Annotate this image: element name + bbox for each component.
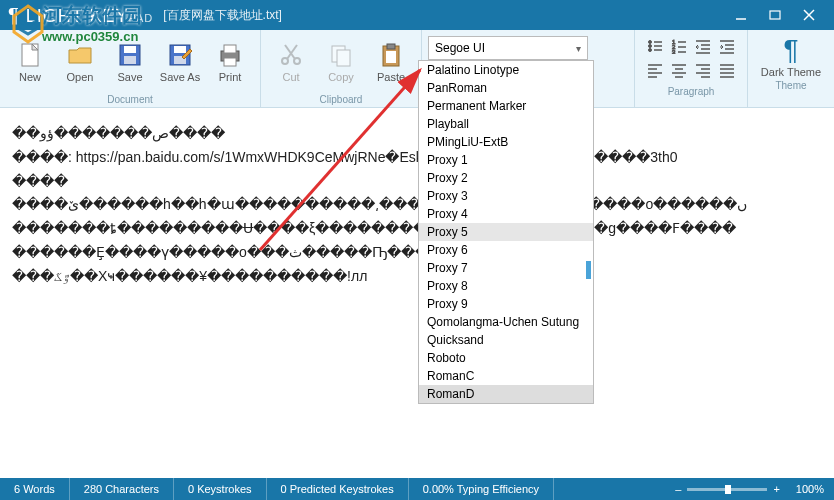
font-option[interactable]: Palatino Linotype: [419, 61, 593, 79]
font-option[interactable]: RomanC: [419, 367, 593, 385]
align-justify-button[interactable]: [717, 60, 737, 80]
editor-line: ������Ȩ����ү�����o���ث�����Ҧ���: [12, 241, 822, 265]
status-chars: 280 Characters: [70, 478, 174, 500]
font-option[interactable]: Proxy 2: [419, 169, 593, 187]
font-option[interactable]: Playball: [419, 115, 593, 133]
status-keystrokes: 0 Keystrokes: [174, 478, 267, 500]
svg-rect-19: [337, 50, 350, 66]
editor-line: ����ێ������h��h�ɯ����������͵��������ϻ���…: [12, 193, 822, 217]
font-option[interactable]: Roboto: [419, 349, 593, 367]
save-icon: [116, 41, 144, 69]
list-number-button[interactable]: 123: [669, 36, 689, 56]
status-words: 6 Words: [10, 478, 70, 500]
paste-icon: [377, 41, 405, 69]
dropdown-scrollbar-thumb[interactable]: [586, 261, 591, 279]
clipboard-group-label: Clipboard: [320, 94, 363, 105]
font-option[interactable]: Proxy 9: [419, 295, 593, 313]
app-logo: ¶ LIGHT KEYPAD: [8, 4, 153, 27]
align-center-button[interactable]: [669, 60, 689, 80]
folder-open-icon: [66, 41, 94, 69]
paragraph-group-label: Paragraph: [668, 86, 715, 97]
indent-button[interactable]: [717, 36, 737, 56]
font-option[interactable]: Permanent Marker: [419, 97, 593, 115]
chevron-down-icon: ▾: [576, 43, 581, 54]
document-group: New Open Save Save As Print Document: [0, 30, 261, 107]
dark-theme-button[interactable]: ¶ Dark Theme: [761, 34, 821, 78]
editor-line: ����: https://pan.baidu.com/s/1WmxWHDK9C…: [12, 146, 822, 170]
pilcrow-icon: ¶: [783, 34, 798, 66]
clipboard-group: Cut Copy Paste Clipboard: [261, 30, 422, 107]
minimize-button[interactable]: [724, 0, 758, 30]
font-option[interactable]: PanRoman: [419, 79, 593, 97]
paragraph-group: 123 Paragraph: [635, 30, 748, 107]
font-option[interactable]: Proxy 8: [419, 277, 593, 295]
list-bullet-button[interactable]: [645, 36, 665, 56]
svg-rect-1: [770, 11, 780, 19]
editor-line: ����: [12, 170, 822, 194]
titlebar: ¶ LIGHT KEYPAD [百度网盘下载地址.txt]: [0, 0, 834, 30]
svg-rect-22: [386, 51, 396, 63]
font-family-select[interactable]: Segoe UI ▾: [428, 36, 588, 60]
maximize-button[interactable]: [758, 0, 792, 30]
svg-line-16: [287, 45, 297, 59]
svg-point-23: [649, 41, 652, 44]
svg-rect-12: [224, 45, 236, 53]
zoom-control: – + 100%: [675, 483, 824, 495]
document-group-label: Document: [107, 94, 153, 105]
svg-rect-6: [124, 46, 136, 53]
close-button[interactable]: [792, 0, 826, 30]
font-option[interactable]: Proxy 5: [419, 223, 593, 241]
editor-line: �������ȶ���������Ʉ����ξ�����������г�����…: [12, 217, 822, 241]
print-button[interactable]: Print: [208, 34, 252, 90]
svg-point-27: [649, 49, 652, 52]
theme-group-label: Theme: [775, 80, 806, 91]
svg-point-25: [649, 45, 652, 48]
svg-text:3: 3: [672, 49, 676, 54]
font-option[interactable]: Qomolangma-Uchen Sutung: [419, 313, 593, 331]
editor-line: ��ص�������ؤو����: [12, 122, 822, 146]
statusbar: 6 Words 280 Characters 0 Keystrokes 0 Pr…: [0, 478, 834, 500]
svg-line-17: [285, 45, 295, 59]
svg-rect-21: [387, 44, 395, 49]
font-option[interactable]: Quicksand: [419, 331, 593, 349]
zoom-slider[interactable]: [687, 488, 767, 491]
ribbon-toolbar: New Open Save Save As Print Document: [0, 30, 834, 108]
font-option[interactable]: Proxy 3: [419, 187, 593, 205]
new-file-icon: [16, 41, 44, 69]
save-as-icon: [166, 41, 194, 69]
align-left-button[interactable]: [645, 60, 665, 80]
save-button[interactable]: Save: [108, 34, 152, 90]
font-dropdown-list[interactable]: Palatino Linotype PanRoman Permanent Mar…: [418, 60, 594, 404]
zoom-slider-thumb[interactable]: [725, 485, 731, 494]
font-option[interactable]: RomanD: [419, 385, 593, 403]
document-title: [百度网盘下载地址.txt]: [163, 7, 282, 24]
zoom-out-button[interactable]: –: [675, 483, 681, 495]
font-option[interactable]: Proxy 1: [419, 151, 593, 169]
svg-rect-9: [174, 46, 186, 53]
theme-group: ¶ Dark Theme Theme: [748, 30, 834, 107]
font-select-value: Segoe UI: [435, 41, 485, 55]
print-icon: [216, 41, 244, 69]
outdent-button[interactable]: [693, 36, 713, 56]
copy-icon: [327, 41, 355, 69]
svg-rect-13: [224, 58, 236, 66]
open-button[interactable]: Open: [58, 34, 102, 90]
zoom-value: 100%: [796, 483, 824, 495]
editor-area[interactable]: ��ص�������ؤو���� ����: https://pan.baidu…: [0, 108, 834, 478]
status-predicted: 0 Predicted Keystrokes: [267, 478, 409, 500]
cut-button[interactable]: Cut: [269, 34, 313, 90]
copy-button[interactable]: Copy: [319, 34, 363, 90]
font-option[interactable]: Proxy 7: [419, 259, 593, 277]
paste-button[interactable]: Paste: [369, 34, 413, 90]
status-efficiency: 0.00% Typing Efficiency: [409, 478, 554, 500]
new-button[interactable]: New: [8, 34, 52, 90]
zoom-in-button[interactable]: +: [773, 483, 779, 495]
font-option[interactable]: Proxy 6: [419, 241, 593, 259]
editor-line: ���ٷگ��Χҹ������¥����������!лл: [12, 265, 822, 289]
align-right-button[interactable]: [693, 60, 713, 80]
svg-rect-7: [124, 56, 136, 64]
cut-icon: [277, 41, 305, 69]
save-as-button[interactable]: Save As: [158, 34, 202, 90]
font-option[interactable]: PMingLiU-ExtB: [419, 133, 593, 151]
font-option[interactable]: Proxy 4: [419, 205, 593, 223]
